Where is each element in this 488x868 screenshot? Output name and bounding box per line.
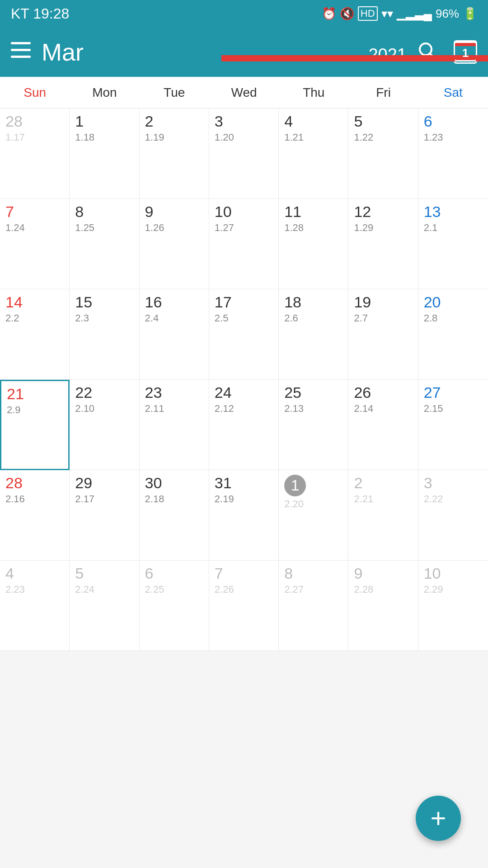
day-number: 6 [424, 113, 483, 130]
lunar-date: 1.23 [424, 132, 483, 143]
lunar-date: 2.19 [215, 493, 273, 505]
cal-cell[interactable]: 102.29 [418, 561, 488, 651]
cal-cell[interactable]: 281.17 [0, 108, 70, 199]
header: Mar 2021 1 [0, 27, 488, 77]
cal-cell[interactable]: 162.4 [140, 289, 209, 380]
lunar-date: 1.27 [215, 222, 273, 234]
lunar-date: 1.19 [145, 132, 203, 143]
cal-cell[interactable]: 81.25 [70, 199, 139, 289]
lunar-date: 1.24 [5, 222, 64, 234]
day-number: 4 [5, 565, 64, 582]
cal-cell[interactable]: 91.26 [140, 199, 209, 289]
day-number: 23 [145, 384, 203, 401]
cal-cell[interactable]: 272.15 [418, 380, 488, 470]
day-number: 28 [5, 475, 64, 491]
svg-rect-0 [11, 42, 31, 44]
lunar-date: 2.18 [145, 493, 203, 505]
day-header-fri: Fri [348, 77, 418, 108]
cal-cell[interactable]: 62.25 [140, 561, 209, 651]
cal-cell[interactable]: 71.24 [0, 199, 70, 289]
cal-cell[interactable]: 252.13 [279, 380, 348, 470]
cal-cell[interactable]: 121.29 [348, 199, 418, 289]
lunar-date: 2.14 [354, 403, 412, 415]
today-icon[interactable]: 1 [454, 40, 477, 64]
cal-cell[interactable]: 282.16 [0, 470, 70, 561]
day-number: 7 [5, 203, 64, 220]
cal-cell[interactable]: 101.27 [209, 199, 279, 289]
day-number: 22 [75, 384, 133, 401]
day-number: 14 [5, 294, 64, 311]
day-number: 13 [424, 203, 483, 220]
cal-cell[interactable]: 11.18 [70, 108, 139, 199]
cal-cell[interactable]: 232.11 [140, 380, 209, 470]
cal-cell[interactable]: 12.20 [279, 470, 348, 561]
lunar-date: 2.15 [424, 403, 483, 415]
lunar-date: 2.20 [284, 498, 343, 510]
cal-cell[interactable]: 152.3 [70, 289, 139, 380]
lunar-date: 1.29 [354, 222, 412, 234]
add-event-fab[interactable]: + [416, 796, 461, 841]
today-date: 1 [462, 46, 469, 60]
cal-cell[interactable]: 72.26 [209, 561, 279, 651]
month-title: Mar [42, 38, 361, 66]
cal-cell[interactable]: 192.7 [348, 289, 418, 380]
day-header-sun: Sun [0, 77, 70, 108]
day-number: 3 [424, 475, 483, 491]
cal-cell[interactable]: 202.8 [418, 289, 488, 380]
cal-cell[interactable]: 41.21 [279, 108, 348, 199]
cal-cell[interactable]: 182.6 [279, 289, 348, 380]
lunar-date: 1.17 [5, 132, 64, 143]
add-icon: + [430, 805, 446, 832]
cal-cell[interactable]: 222.10 [70, 380, 139, 470]
lunar-date: 2.26 [215, 584, 273, 595]
cal-cell[interactable]: 312.19 [209, 470, 279, 561]
day-number: 19 [354, 294, 412, 311]
lunar-date: 1.18 [75, 132, 133, 143]
cal-cell[interactable]: 52.24 [70, 561, 139, 651]
header-actions: 1 [418, 40, 477, 64]
cal-cell[interactable]: 32.22 [418, 470, 488, 561]
lunar-date: 2.4 [145, 312, 203, 324]
day-number: 8 [75, 203, 133, 220]
lunar-date: 2.5 [215, 312, 273, 324]
hamburger-menu-icon[interactable] [11, 42, 31, 62]
cal-cell[interactable]: 111.28 [279, 199, 348, 289]
lunar-date: 2.29 [424, 584, 483, 595]
mute-icon: 🔇 [340, 7, 354, 21]
cal-cell[interactable]: 292.17 [70, 470, 139, 561]
cal-cell[interactable]: 31.20 [209, 108, 279, 199]
lunar-date: 2.12 [215, 403, 273, 415]
cal-cell[interactable]: 61.23 [418, 108, 488, 199]
battery-label: 96% [436, 7, 459, 21]
cal-cell[interactable]: 51.22 [348, 108, 418, 199]
cal-cell[interactable]: 242.12 [209, 380, 279, 470]
lunar-date: 1.26 [145, 222, 203, 234]
cal-cell[interactable]: 212.9 [0, 380, 70, 470]
alarm-icon: ⏰ [322, 7, 336, 21]
cal-cell[interactable]: 142.2 [0, 289, 70, 380]
status-icons: ⏰ 🔇 HD ▾▾ ▁▂▃▄ 96% 🔋 [322, 6, 477, 21]
hd-icon: HD [358, 6, 378, 21]
cal-cell[interactable]: 172.5 [209, 289, 279, 380]
lunar-date: 2.8 [424, 312, 483, 324]
lunar-date: 2.22 [424, 493, 483, 505]
cal-cell[interactable]: 42.23 [0, 561, 70, 651]
cal-cell[interactable]: 22.21 [348, 470, 418, 561]
lunar-date: 2.16 [5, 493, 64, 505]
cal-cell[interactable]: 82.27 [279, 561, 348, 651]
cal-cell[interactable]: 302.18 [140, 470, 209, 561]
lunar-date: 2.23 [5, 584, 64, 595]
lunar-date: 2.9 [7, 404, 63, 416]
cal-cell[interactable]: 21.19 [140, 108, 209, 199]
cal-cell[interactable]: 132.1 [418, 199, 488, 289]
lunar-date: 2.10 [75, 403, 133, 415]
calendar-grid: 281.1711.1821.1931.2041.2151.2261.2371.2… [0, 108, 488, 651]
day-number: 8 [284, 565, 343, 582]
day-number: 24 [215, 384, 273, 401]
lunar-date: 2.3 [75, 312, 133, 324]
day-number: 30 [145, 475, 203, 491]
cal-cell[interactable]: 262.14 [348, 380, 418, 470]
cal-cell[interactable]: 92.28 [348, 561, 418, 651]
day-number: 9 [354, 565, 412, 582]
day-number: 1 [284, 475, 306, 496]
